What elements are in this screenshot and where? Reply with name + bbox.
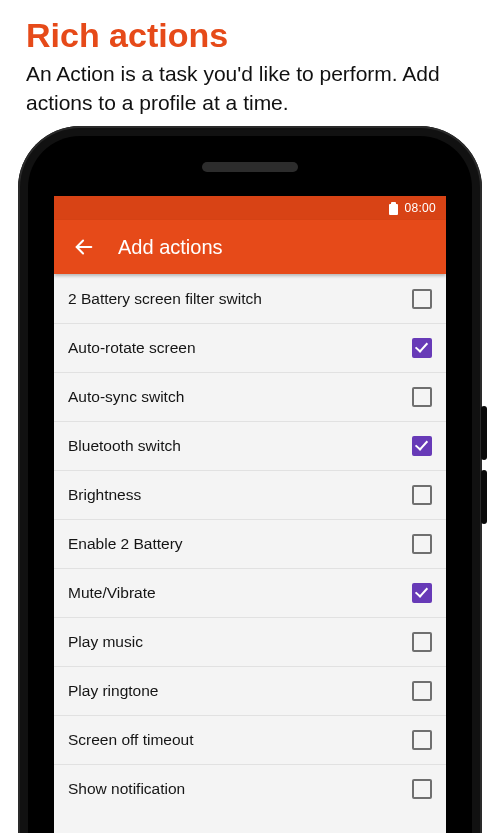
action-item[interactable]: 2 Battery screen filter switch bbox=[54, 274, 446, 323]
device-side-button bbox=[481, 406, 487, 460]
device-frame-wrap: 08:00 Add actions 2 Battery screen filte… bbox=[18, 126, 482, 833]
checkbox-icon[interactable] bbox=[412, 485, 432, 505]
action-item[interactable]: Play ringtone bbox=[54, 666, 446, 715]
status-time: 08:00 bbox=[404, 201, 436, 215]
back-button[interactable] bbox=[62, 225, 106, 269]
hero-subtitle: An Action is a task you'd like to perfor… bbox=[26, 60, 476, 118]
checkbox-icon[interactable] bbox=[412, 583, 432, 603]
device-screen: 08:00 Add actions 2 Battery screen filte… bbox=[54, 196, 446, 833]
action-item-label: Brightness bbox=[68, 486, 141, 504]
checkbox-icon[interactable] bbox=[412, 779, 432, 799]
checkbox-icon[interactable] bbox=[412, 436, 432, 456]
action-item[interactable]: Brightness bbox=[54, 470, 446, 519]
device-speaker bbox=[202, 162, 298, 172]
action-item[interactable]: Bluetooth switch bbox=[54, 421, 446, 470]
device-side-button bbox=[481, 470, 487, 524]
app-bar-title: Add actions bbox=[118, 236, 223, 259]
store-listing-slide: Rich actions An Action is a task you'd l… bbox=[0, 0, 500, 833]
action-item[interactable]: Show notification bbox=[54, 764, 446, 813]
action-item-label: Play ringtone bbox=[68, 682, 158, 700]
checkbox-icon[interactable] bbox=[412, 681, 432, 701]
status-bar: 08:00 bbox=[54, 196, 446, 220]
action-item-label: Show notification bbox=[68, 780, 185, 798]
app-bar: Add actions bbox=[54, 220, 446, 274]
action-item[interactable]: Auto-sync switch bbox=[54, 372, 446, 421]
checkbox-icon[interactable] bbox=[412, 338, 432, 358]
action-item-label: Bluetooth switch bbox=[68, 437, 181, 455]
checkbox-icon[interactable] bbox=[412, 387, 432, 407]
battery-icon bbox=[389, 202, 398, 215]
checkbox-icon[interactable] bbox=[412, 289, 432, 309]
checkbox-icon[interactable] bbox=[412, 632, 432, 652]
action-item-label: Auto-sync switch bbox=[68, 388, 184, 406]
device-frame: 08:00 Add actions 2 Battery screen filte… bbox=[18, 126, 482, 833]
action-item[interactable]: Auto-rotate screen bbox=[54, 323, 446, 372]
arrow-back-icon bbox=[73, 236, 95, 258]
action-item[interactable]: Screen off timeout bbox=[54, 715, 446, 764]
action-item-label: 2 Battery screen filter switch bbox=[68, 290, 262, 308]
action-item-label: Enable 2 Battery bbox=[68, 535, 183, 553]
checkbox-icon[interactable] bbox=[412, 534, 432, 554]
action-item-label: Play music bbox=[68, 633, 143, 651]
action-item[interactable]: Play music bbox=[54, 617, 446, 666]
action-item-label: Mute/Vibrate bbox=[68, 584, 156, 602]
action-item-label: Screen off timeout bbox=[68, 731, 194, 749]
actions-list[interactable]: 2 Battery screen filter switchAuto-rotat… bbox=[54, 274, 446, 813]
checkbox-icon[interactable] bbox=[412, 730, 432, 750]
hero-title: Rich actions bbox=[26, 18, 476, 54]
device-frame-inner: 08:00 Add actions 2 Battery screen filte… bbox=[28, 136, 472, 833]
hero: Rich actions An Action is a task you'd l… bbox=[0, 0, 500, 124]
action-item-label: Auto-rotate screen bbox=[68, 339, 196, 357]
action-item[interactable]: Enable 2 Battery bbox=[54, 519, 446, 568]
action-item[interactable]: Mute/Vibrate bbox=[54, 568, 446, 617]
